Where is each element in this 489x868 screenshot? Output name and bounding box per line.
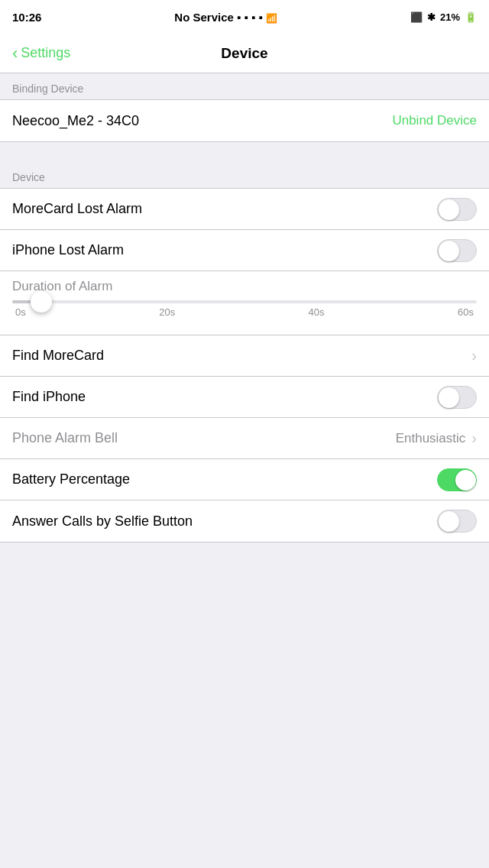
unbind-device-button[interactable]: Unbind Device — [392, 113, 477, 128]
toggle-thumb — [455, 470, 476, 491]
answer-calls-label: Answer Calls by Selfie Button — [12, 513, 193, 530]
find-iphone-toggle[interactable] — [437, 386, 477, 409]
slider-ticks: 0s 20s 40s 60s — [12, 306, 477, 318]
find-iphone-row: Find iPhone — [0, 377, 489, 418]
answer-calls-row: Answer Calls by Selfie Button — [0, 500, 489, 542]
find-morecard-right: › — [471, 347, 477, 364]
device-name-row: Neecoo_Me2 - 34C0 Unbind Device — [0, 100, 489, 141]
iphone-lost-alarm-row: iPhone Lost Alarm — [0, 230, 489, 271]
nav-bar: ‹ Settings Device — [0, 34, 489, 73]
chevron-right-icon: › — [471, 347, 477, 364]
phone-alarm-bell-value: Enthusiastic — [396, 431, 466, 446]
binding-device-header: Binding Device — [0, 73, 489, 99]
toggle-thumb — [439, 387, 459, 408]
back-label: Settings — [21, 45, 70, 61]
back-chevron-icon: ‹ — [12, 45, 18, 62]
answer-calls-toggle[interactable] — [437, 510, 477, 533]
iphone-lost-alarm-label: iPhone Lost Alarm — [12, 242, 124, 258]
battery-label: 21% — [440, 11, 460, 23]
find-iphone-label: Find iPhone — [12, 389, 86, 405]
chevron-right-icon: › — [471, 429, 477, 447]
status-right-icons: ⬛ ✱ 21% 🔋 — [410, 11, 477, 23]
device-header: Device — [0, 162, 489, 188]
duration-of-alarm-row: Duration of Alarm 0s 20s 40s 60s — [0, 271, 489, 335]
spacer-1 — [0, 142, 489, 162]
phone-alarm-bell-row[interactable]: Phone Alarm Bell Enthusiastic › — [0, 418, 489, 459]
device-group: MoreCard Lost Alarm iPhone Lost Alarm Du… — [0, 188, 489, 542]
duration-label: Duration of Alarm — [12, 279, 477, 294]
battery-icon: 🔋 — [465, 11, 477, 23]
airplay-icon: ⬛ — [410, 11, 423, 23]
back-button[interactable]: ‹ Settings — [12, 45, 70, 62]
toggle-thumb — [439, 199, 459, 220]
phone-alarm-bell-label: Phone Alarm Bell — [12, 430, 118, 446]
binding-device-group: Neecoo_Me2 - 34C0 Unbind Device — [0, 99, 489, 142]
find-morecard-row[interactable]: Find MoreCard › — [0, 335, 489, 377]
find-morecard-label: Find MoreCard — [12, 348, 104, 364]
device-name-label: Neecoo_Me2 - 34C0 — [12, 113, 139, 129]
battery-percentage-toggle[interactable] — [437, 468, 477, 491]
status-bar: 10:26 No Service ▪︎ ▪︎ ▪︎ ▪︎ 📶 ⬛ ✱ 21% 🔋 — [0, 0, 489, 34]
toggle-thumb — [439, 241, 459, 261]
battery-percentage-row: Battery Percentage — [0, 459, 489, 500]
time-label: 10:26 — [12, 11, 41, 24]
battery-percentage-label: Battery Percentage — [12, 471, 130, 487]
phone-alarm-bell-right: Enthusiastic › — [396, 429, 477, 447]
slider-container: 0s 20s 40s 60s — [12, 300, 477, 335]
toggle-thumb — [439, 511, 459, 532]
iphone-lost-alarm-toggle[interactable] — [437, 239, 477, 262]
morecard-lost-alarm-toggle[interactable] — [437, 198, 477, 221]
bluetooth-icon: ✱ — [427, 11, 436, 23]
status-time: 10:26 — [12, 11, 41, 24]
morecard-lost-alarm-row: MoreCard Lost Alarm — [0, 189, 489, 230]
status-carrier: No Service ▪︎ ▪︎ ▪︎ ▪︎ 📶 — [174, 11, 277, 24]
morecard-lost-alarm-label: MoreCard Lost Alarm — [12, 201, 142, 217]
page-title: Device — [221, 45, 267, 62]
slider-track — [12, 300, 477, 303]
